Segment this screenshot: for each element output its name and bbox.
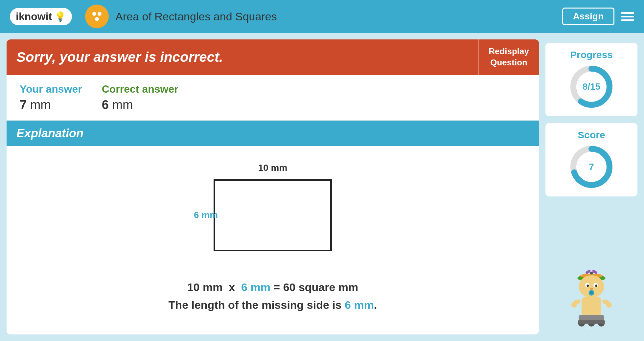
score-title: Score: [578, 129, 605, 141]
correct-answer-col: Correct answer 6 mm: [102, 83, 178, 112]
rectangle-diagram: 10 mm 6 mm: [194, 163, 352, 268]
incorrect-message: Sorry, your answer is incorrect.: [7, 43, 478, 72]
your-answer-value: 7 mm: [20, 98, 82, 112]
score-donut: 7: [568, 144, 614, 190]
your-answer-label: Your answer: [20, 83, 82, 95]
hamburger-menu-icon[interactable]: [621, 12, 634, 21]
svg-point-15: [586, 284, 589, 287]
correct-answer-label: Correct answer: [102, 83, 178, 95]
logo-text: iknowit: [16, 11, 52, 23]
your-answer-col: Your answer 7 mm: [20, 83, 82, 112]
dots-icon: [90, 9, 104, 24]
progress-donut: 8/15: [568, 64, 614, 110]
mascot-svg: ↔: [552, 256, 631, 334]
answer-comparison: Your answer 7 mm Correct answer 6 mm: [7, 75, 539, 121]
sidebar: Progress 8/15 Score 7: [545, 39, 637, 334]
assign-button[interactable]: Assign: [562, 8, 614, 25]
mascot-image: ↔: [552, 256, 631, 334]
top-measurement-label: 10 mm: [258, 163, 288, 173]
bulb-icon: 💡: [55, 11, 66, 22]
svg-point-23: [571, 302, 577, 307]
svg-point-1: [98, 12, 102, 16]
score-label: 7: [589, 162, 594, 172]
formula-text: 10 mm x 6 mm = 60 square mm: [187, 281, 358, 294]
main-layout: Sorry, your answer is incorrect. Redispl…: [0, 33, 644, 341]
svg-point-24: [606, 302, 612, 307]
missing-side-value: 6 mm: [345, 299, 374, 311]
rectangle-shape: [214, 179, 332, 251]
incorrect-banner: Sorry, your answer is incorrect. Redispl…: [7, 39, 539, 75]
header-actions: Assign: [562, 8, 634, 25]
side-measurement-label: 6 mm: [194, 210, 218, 220]
svg-point-19: [590, 291, 593, 294]
svg-rect-29: [578, 320, 605, 324]
correct-answer-value: 6 mm: [102, 98, 178, 112]
svg-point-9: [590, 272, 593, 275]
svg-point-17: [590, 288, 593, 290]
progress-title: Progress: [570, 49, 613, 60]
svg-point-0: [92, 12, 96, 16]
lesson-title: Area of Rectangles and Squares: [115, 10, 277, 23]
missing-side-text: The length of the missing side is 6 mm.: [169, 299, 377, 311]
explanation-header: Explanation: [7, 121, 539, 146]
redisplay-button[interactable]: RedisplayQuestion: [478, 39, 539, 75]
logo: iknowit 💡: [10, 8, 72, 25]
svg-text:↔: ↔: [586, 325, 591, 330]
svg-rect-20: [582, 297, 601, 316]
mascot-area: ↔: [552, 256, 631, 334]
svg-point-16: [595, 284, 597, 287]
app-header: iknowit 💡 Area of Rectangles and Squares…: [0, 0, 644, 33]
explanation-body: 10 mm 6 mm 10 mm x 6 mm = 60 square mm T…: [7, 146, 539, 334]
explanation-label: Explanation: [16, 126, 529, 140]
lesson-icon: [85, 5, 109, 28]
content-area: Sorry, your answer is incorrect. Redispl…: [7, 39, 539, 334]
progress-label: 8/15: [583, 81, 601, 92]
formula-highlight: 6 mm: [241, 281, 270, 293]
score-card: Score 7: [545, 123, 637, 196]
svg-point-2: [95, 17, 99, 21]
progress-card: Progress 8/15: [545, 43, 637, 116]
